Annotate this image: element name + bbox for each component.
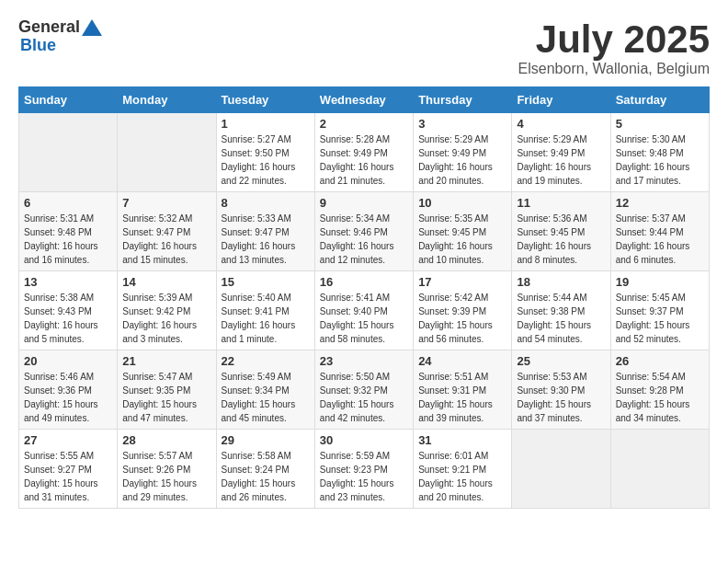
day-info: Sunrise: 5:33 AMSunset: 9:47 PMDaylight:… — [222, 212, 310, 267]
table-row: 18Sunrise: 5:44 AMSunset: 9:38 PMDayligh… — [512, 271, 610, 350]
table-row: 5Sunrise: 5:30 AMSunset: 9:48 PMDaylight… — [610, 113, 709, 192]
day-info: Sunrise: 5:47 AMSunset: 9:35 PMDaylight:… — [122, 370, 210, 425]
table-row: 26Sunrise: 5:54 AMSunset: 9:28 PMDayligh… — [610, 350, 709, 430]
day-number: 30 — [320, 433, 408, 447]
day-info: Sunrise: 5:28 AMSunset: 9:49 PMDaylight:… — [320, 132, 408, 188]
calendar-table: Sunday Monday Tuesday Wednesday Thursday… — [18, 86, 710, 509]
table-row: 6Sunrise: 5:31 AMSunset: 9:48 PMDaylight… — [19, 192, 118, 271]
day-info: Sunrise: 5:30 AMSunset: 9:48 PMDaylight:… — [616, 132, 704, 188]
table-row: 13Sunrise: 5:38 AMSunset: 9:43 PMDayligh… — [19, 271, 118, 350]
calendar-week-1: 6Sunrise: 5:31 AMSunset: 9:48 PMDaylight… — [19, 192, 710, 271]
table-row: 27Sunrise: 5:55 AMSunset: 9:27 PMDayligh… — [19, 430, 118, 509]
day-info: Sunrise: 5:37 AMSunset: 9:44 PMDaylight:… — [616, 212, 704, 267]
day-number: 5 — [616, 117, 704, 131]
header-wednesday: Wednesday — [314, 87, 413, 113]
day-info: Sunrise: 5:58 AMSunset: 9:24 PMDaylight:… — [222, 449, 310, 504]
table-row: 25Sunrise: 5:53 AMSunset: 9:30 PMDayligh… — [512, 350, 610, 430]
table-row: 30Sunrise: 5:59 AMSunset: 9:23 PMDayligh… — [314, 430, 413, 509]
table-row — [19, 113, 118, 192]
table-row: 20Sunrise: 5:46 AMSunset: 9:36 PMDayligh… — [19, 350, 118, 430]
day-number: 13 — [24, 275, 112, 289]
day-number: 7 — [122, 196, 210, 210]
calendar-week-0: 1Sunrise: 5:27 AMSunset: 9:50 PMDaylight… — [19, 113, 710, 192]
header-thursday: Thursday — [414, 87, 512, 113]
title-block: July 2025 Elsenborn, Wallonia, Belgium — [518, 18, 710, 77]
day-number: 20 — [24, 354, 112, 368]
table-row: 31Sunrise: 6:01 AMSunset: 9:21 PMDayligh… — [414, 430, 512, 509]
table-row: 3Sunrise: 5:29 AMSunset: 9:49 PMDaylight… — [414, 113, 512, 192]
day-number: 28 — [122, 433, 210, 447]
day-info: Sunrise: 5:34 AMSunset: 9:46 PMDaylight:… — [320, 212, 408, 267]
page-header: General Blue July 2025 Elsenborn, Wallon… — [18, 18, 710, 77]
day-info: Sunrise: 5:54 AMSunset: 9:28 PMDaylight:… — [616, 370, 704, 425]
day-info: Sunrise: 5:44 AMSunset: 9:38 PMDaylight:… — [517, 291, 605, 346]
day-info: Sunrise: 6:01 AMSunset: 9:21 PMDaylight:… — [418, 449, 506, 504]
day-number: 1 — [222, 117, 310, 131]
table-row: 11Sunrise: 5:36 AMSunset: 9:45 PMDayligh… — [512, 192, 610, 271]
day-info: Sunrise: 5:41 AMSunset: 9:40 PMDaylight:… — [320, 291, 408, 346]
table-row: 28Sunrise: 5:57 AMSunset: 9:26 PMDayligh… — [118, 430, 216, 509]
day-info: Sunrise: 5:59 AMSunset: 9:23 PMDaylight:… — [320, 449, 408, 504]
table-row: 16Sunrise: 5:41 AMSunset: 9:40 PMDayligh… — [314, 271, 413, 350]
logo-blue: Blue — [20, 37, 102, 55]
location-subtitle: Elsenborn, Wallonia, Belgium — [518, 61, 710, 77]
day-number: 8 — [222, 196, 310, 210]
header-saturday: Saturday — [610, 87, 709, 113]
day-number: 21 — [122, 354, 210, 368]
logo-icon — [82, 19, 102, 36]
day-info: Sunrise: 5:51 AMSunset: 9:31 PMDaylight:… — [418, 370, 506, 425]
table-row: 14Sunrise: 5:39 AMSunset: 9:42 PMDayligh… — [118, 271, 216, 350]
calendar-header-row: Sunday Monday Tuesday Wednesday Thursday… — [19, 87, 710, 113]
table-row: 12Sunrise: 5:37 AMSunset: 9:44 PMDayligh… — [610, 192, 709, 271]
day-number: 27 — [24, 433, 112, 447]
day-number: 29 — [222, 433, 310, 447]
day-info: Sunrise: 5:42 AMSunset: 9:39 PMDaylight:… — [418, 291, 506, 346]
day-info: Sunrise: 5:32 AMSunset: 9:47 PMDaylight:… — [122, 212, 210, 267]
header-tuesday: Tuesday — [216, 87, 314, 113]
day-info: Sunrise: 5:27 AMSunset: 9:50 PMDaylight:… — [222, 132, 310, 188]
table-row: 10Sunrise: 5:35 AMSunset: 9:45 PMDayligh… — [414, 192, 512, 271]
table-row: 24Sunrise: 5:51 AMSunset: 9:31 PMDayligh… — [414, 350, 512, 430]
logo-block: General Blue — [18, 18, 102, 55]
day-number: 9 — [320, 196, 408, 210]
day-number: 26 — [616, 354, 704, 368]
day-info: Sunrise: 5:29 AMSunset: 9:49 PMDaylight:… — [517, 132, 605, 188]
table-row: 17Sunrise: 5:42 AMSunset: 9:39 PMDayligh… — [414, 271, 512, 350]
table-row: 9Sunrise: 5:34 AMSunset: 9:46 PMDaylight… — [314, 192, 413, 271]
table-row: 7Sunrise: 5:32 AMSunset: 9:47 PMDaylight… — [118, 192, 216, 271]
day-info: Sunrise: 5:38 AMSunset: 9:43 PMDaylight:… — [24, 291, 112, 346]
table-row: 21Sunrise: 5:47 AMSunset: 9:35 PMDayligh… — [118, 350, 216, 430]
day-number: 31 — [418, 433, 506, 447]
day-info: Sunrise: 5:57 AMSunset: 9:26 PMDaylight:… — [122, 449, 210, 504]
header-friday: Friday — [512, 87, 610, 113]
day-number: 10 — [418, 196, 506, 210]
month-title: July 2025 — [518, 18, 710, 61]
day-number: 24 — [418, 354, 506, 368]
day-info: Sunrise: 5:40 AMSunset: 9:41 PMDaylight:… — [222, 291, 310, 346]
day-info: Sunrise: 5:29 AMSunset: 9:49 PMDaylight:… — [418, 132, 506, 188]
day-number: 11 — [517, 196, 605, 210]
day-number: 19 — [616, 275, 704, 289]
svg-marker-0 — [82, 19, 102, 36]
table-row: 1Sunrise: 5:27 AMSunset: 9:50 PMDaylight… — [216, 113, 314, 192]
table-row: 4Sunrise: 5:29 AMSunset: 9:49 PMDaylight… — [512, 113, 610, 192]
day-info: Sunrise: 5:39 AMSunset: 9:42 PMDaylight:… — [122, 291, 210, 346]
day-info: Sunrise: 5:50 AMSunset: 9:32 PMDaylight:… — [320, 370, 408, 425]
day-info: Sunrise: 5:36 AMSunset: 9:45 PMDaylight:… — [517, 212, 605, 267]
logo: General Blue — [18, 18, 102, 55]
day-info: Sunrise: 5:35 AMSunset: 9:45 PMDaylight:… — [418, 212, 506, 267]
table-row: 23Sunrise: 5:50 AMSunset: 9:32 PMDayligh… — [314, 350, 413, 430]
day-number: 23 — [320, 354, 408, 368]
day-number: 6 — [24, 196, 112, 210]
day-number: 12 — [616, 196, 704, 210]
day-number: 22 — [222, 354, 310, 368]
header-sunday: Sunday — [19, 87, 118, 113]
table-row: 22Sunrise: 5:49 AMSunset: 9:34 PMDayligh… — [216, 350, 314, 430]
day-number: 16 — [320, 275, 408, 289]
day-info: Sunrise: 5:46 AMSunset: 9:36 PMDaylight:… — [24, 370, 112, 425]
day-number: 18 — [517, 275, 605, 289]
table-row: 8Sunrise: 5:33 AMSunset: 9:47 PMDaylight… — [216, 192, 314, 271]
calendar-week-3: 20Sunrise: 5:46 AMSunset: 9:36 PMDayligh… — [19, 350, 710, 430]
calendar-week-4: 27Sunrise: 5:55 AMSunset: 9:27 PMDayligh… — [19, 430, 710, 509]
table-row: 19Sunrise: 5:45 AMSunset: 9:37 PMDayligh… — [610, 271, 709, 350]
